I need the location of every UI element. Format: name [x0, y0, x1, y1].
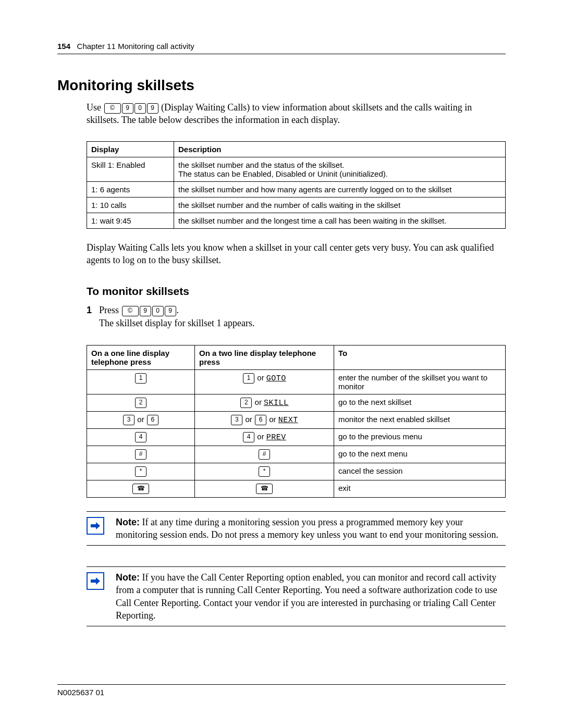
keycap-icon: 4 [135, 432, 146, 442]
feature-key-icon: © [104, 103, 121, 114]
arrow-right-icon [87, 517, 104, 535]
running-head: 154 Chapter 11 Monitoring call activity [57, 42, 506, 54]
page: 154 Chapter 11 Monitoring call activity … [0, 0, 563, 728]
footer-doc-id: N0025637 01 [57, 684, 506, 697]
page-number: 154 [57, 42, 70, 51]
key-9: 9 [140, 306, 151, 316]
display-description-table: Display Description Skill 1: Enabledthe … [87, 141, 506, 229]
keycap-icon: 2 [240, 398, 252, 408]
table-row: ☎☎exit [87, 480, 506, 497]
action-description: exit [334, 480, 506, 497]
keycap-icon: * [259, 466, 270, 477]
softkey-label: GOTO [266, 374, 286, 383]
step-1: 1Press ©909. The skillset display for sk… [87, 304, 506, 330]
col-description: Description [174, 141, 506, 157]
action-description: cancel the session [334, 463, 506, 480]
table-row: 1: wait 9:45the skillset number and the … [87, 213, 506, 228]
keycap-icon: 1 [243, 373, 254, 384]
step-number: 1 [87, 304, 99, 317]
key-9b: 9 [165, 306, 176, 316]
keycap-icon: ☎ [132, 484, 149, 494]
feature-key-icon: © [122, 306, 139, 316]
action-description: monitor the next enabled skillset [334, 411, 506, 428]
action-description: go to the next menu [334, 446, 506, 463]
press-label: Press [99, 305, 119, 315]
keycap-icon: # [259, 449, 270, 460]
key-0: 0 [134, 103, 146, 114]
table-row: **cancel the session [87, 463, 506, 480]
note-1: Note: If at any time during a monitoring… [87, 511, 506, 546]
table-row: 3 or 63 or 6 or NEXTmonitor the next ena… [87, 411, 506, 428]
keypress-table: On a one line display telephone press On… [87, 345, 506, 498]
keycap-icon: 6 [255, 415, 266, 425]
key-9b: 9 [147, 103, 158, 114]
svg-marker-1 [91, 577, 100, 585]
keycap-icon: 3 [231, 415, 242, 425]
intro-paragraph: Use ©909 (Display Waiting Calls) to view… [87, 101, 506, 127]
table-row: 11 or GOTOenter the number of the skills… [87, 369, 506, 394]
table-row: ##go to the next menu [87, 446, 506, 463]
subheading: To monitor skillsets [87, 285, 506, 298]
col-one-line: On a one line display telephone press [87, 345, 195, 369]
page-title: Monitoring skillsets [57, 77, 506, 94]
chapter-label: Chapter 11 Monitoring call activity [77, 42, 194, 51]
softkey-label: NEXT [278, 416, 298, 425]
key-0: 0 [152, 306, 164, 316]
svg-marker-0 [91, 522, 100, 529]
note-2-text: Note: If you have the Call Center Report… [116, 571, 506, 622]
keycap-icon: 6 [147, 415, 158, 425]
action-description: go to the previous menu [334, 428, 506, 446]
keycap-icon: * [135, 466, 146, 477]
table-row: 1: 10 callsthe skillset number and the n… [87, 197, 506, 213]
paragraph: Display Waiting Calls lets you know when… [87, 241, 506, 267]
action-description: enter the number of the skillset you wan… [334, 369, 506, 394]
procedure-list: 1Press ©909. The skillset display for sk… [87, 304, 506, 330]
keycap-icon: 3 [123, 415, 134, 425]
action-description: go to the next skillset [334, 394, 506, 411]
intro-prefix: Use [87, 102, 101, 113]
keycap-icon: # [135, 449, 146, 460]
softkey-label: PREV [266, 433, 286, 442]
table-row: 22 or SKILLgo to the next skillset [87, 394, 506, 411]
table-row: 1: 6 agentsthe skillset number and how m… [87, 181, 506, 197]
softkey-label: SKILL [264, 399, 289, 408]
keycap-icon: 2 [135, 398, 146, 408]
table-row: Skill 1: Enabledthe skillset number and … [87, 157, 506, 181]
note-1-text: Note: If at any time during a monitoring… [116, 516, 506, 541]
col-two-line: On a two line display telephone press [195, 345, 334, 369]
table-header-row: On a one line display telephone press On… [87, 345, 506, 369]
step-1-line2: The skillset display for skillset 1 appe… [99, 317, 506, 330]
table-header-row: Display Description [87, 141, 506, 157]
arrow-right-icon [87, 572, 104, 590]
col-display: Display [87, 141, 174, 157]
keycap-icon: ☎ [256, 484, 273, 494]
key-9: 9 [122, 103, 133, 114]
keycap-icon: 4 [243, 432, 254, 442]
col-to: To [334, 345, 506, 369]
note-2: Note: If you have the Call Center Report… [87, 566, 506, 626]
table-row: 44 or PREVgo to the previous menu [87, 428, 506, 446]
keycap-icon: 1 [135, 373, 146, 384]
